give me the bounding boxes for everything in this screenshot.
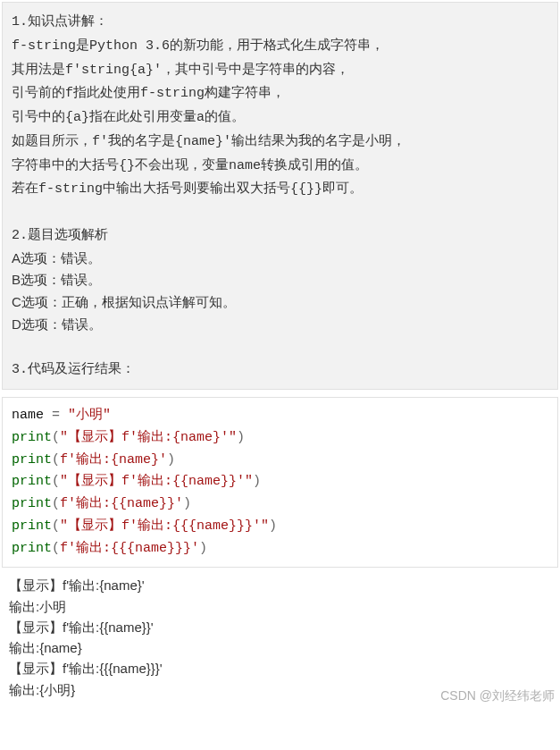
l4e: 构建字符串， — [205, 84, 285, 99]
l2d: 的新功能，用于格式化生成字符串， — [170, 37, 384, 52]
code-line-3: print(f'输出:{name}') — [12, 450, 548, 472]
rp: ) — [199, 541, 207, 556]
l8d: {{}} — [290, 181, 322, 197]
section2-heading: 2.题目选项解析 — [12, 223, 548, 248]
str2: "【显示】f'输出:{name}'" — [60, 430, 237, 445]
str6: "【显示】f'输出:{{{name}}}'" — [60, 518, 269, 534]
line3: 其用法是f'string{a}'，其中引号中是字符串的内容， — [12, 58, 548, 82]
print-func: print — [12, 496, 52, 511]
option-b: B选项：错误。 — [12, 269, 548, 291]
sec3: 3.代码及运行结果： — [12, 362, 135, 377]
l5c: 指在此处引用变量 — [89, 108, 196, 123]
lp: ( — [52, 541, 60, 556]
l8a: 若在 — [12, 180, 38, 195]
lp: ( — [52, 518, 60, 534]
line2: f-string是Python 3.6的新功能，用于格式化生成字符串， — [12, 34, 548, 58]
l2a: f-string — [12, 38, 76, 54]
section3-heading: 3.代码及运行结果： — [12, 358, 548, 382]
line8: 若在f-string中输出大括号则要输出双大括号{{}}即可。 — [12, 177, 548, 201]
section1-heading: 1.知识点讲解： — [12, 10, 548, 34]
code-line-1: name = "小明" — [12, 405, 548, 427]
line7: 字符串中的大括号{}不会出现，变量name转换成引用的值。 — [12, 154, 548, 178]
l6a: 如题目所示， — [12, 132, 92, 147]
sec1-num: 1.知识点讲解： — [12, 14, 108, 29]
l6e: 输出结果为我的名字是小明， — [231, 132, 405, 147]
out2: 输出:小明 — [9, 596, 551, 617]
l7c: 不会出现，变量 — [135, 156, 229, 172]
l5d: a — [196, 110, 205, 125]
code-line-5: print(f'输出:{{name}}') — [12, 493, 548, 516]
l5a: 引号中的 — [12, 108, 65, 123]
print-func: print — [12, 518, 52, 534]
blank1 — [12, 201, 548, 223]
l7b: {} — [119, 158, 135, 173]
option-d: D选项：错误。 — [12, 314, 548, 336]
out4: 输出:{name} — [9, 637, 551, 658]
blank2 — [12, 336, 548, 358]
output-block: 【显示】f'输出:{name}' 输出:小明 【显示】f'输出:{{name}}… — [0, 569, 560, 702]
code-line-6: print("【显示】f'输出:{{{name}}}'") — [12, 516, 548, 538]
l5b: {a} — [65, 110, 89, 125]
rp: ) — [183, 496, 191, 511]
l7a: 字符串中的大括号 — [12, 156, 119, 172]
code-block: name = "小明" print("【显示】f'输出:{name}'") pr… — [2, 397, 558, 568]
l3a: 其用法是 — [12, 61, 65, 76]
l5e: 的值。 — [205, 108, 245, 123]
l6b: f' — [92, 134, 108, 149]
line4: 引号前的f指此处使用f-string构建字符串， — [12, 81, 548, 105]
l7e: 转换成引用的值。 — [261, 156, 368, 172]
print-func: print — [12, 430, 52, 445]
l7d: name — [229, 158, 261, 173]
l2c: Python 3.6 — [89, 38, 170, 54]
var-name: name — [12, 408, 52, 423]
l8c: 中输出大括号则要输出双大括号 — [103, 180, 290, 195]
l8e: 即可。 — [322, 180, 363, 195]
lp: ( — [52, 496, 60, 511]
l6d: {name}' — [175, 134, 231, 149]
code-line-4: print("【显示】f'输出:{{name}}'") — [12, 471, 548, 493]
eq-op: = — [52, 408, 68, 423]
rp: ) — [269, 518, 277, 534]
explanation-box: 1.知识点讲解： f-string是Python 3.6的新功能，用于格式化生成… — [2, 2, 558, 390]
l8b: f-string — [38, 181, 103, 197]
print-func: print — [12, 452, 52, 468]
line5: 引号中的{a}指在此处引用变量a的值。 — [12, 105, 548, 130]
str4: "【显示】f'输出:{{name}}'" — [60, 474, 253, 489]
lp: ( — [52, 430, 60, 445]
print-func: print — [12, 474, 52, 489]
l4c: 指此处使用 — [73, 84, 140, 99]
str5: f'输出:{{name}}' — [60, 496, 183, 511]
l3b: f'string{a}' — [65, 63, 162, 78]
option-a: A选项：错误。 — [12, 248, 548, 270]
line6: 如题目所示，f'我的名字是{name}'输出结果为我的名字是小明， — [12, 130, 548, 154]
print-func: print — [12, 541, 52, 556]
l4a: 引号前的 — [12, 84, 65, 99]
sec2: 2.题目选项解析 — [12, 228, 108, 243]
l6c: 我的名字是 — [108, 132, 175, 147]
l4d: f-string — [140, 86, 205, 101]
str3: f'输出:{name}' — [60, 452, 167, 468]
option-c: C选项：正确，根据知识点详解可知。 — [12, 291, 548, 314]
lp: ( — [52, 474, 60, 489]
watermark: CSDN @刘经纬老师 — [0, 686, 560, 706]
l3c: ，其中引号中是字符串的内容， — [162, 61, 349, 76]
lp: ( — [52, 452, 60, 468]
code-line-7: print(f'输出:{{{name}}}') — [12, 538, 548, 560]
out1: 【显示】f'输出:{name}' — [9, 575, 551, 595]
str1: "小明" — [68, 408, 111, 423]
rp: ) — [253, 474, 261, 489]
out3: 【显示】f'输出:{{name}}' — [9, 617, 551, 637]
l4b: f — [65, 86, 73, 101]
rp: ) — [167, 452, 175, 468]
str7: f'输出:{{{name}}}' — [60, 541, 199, 556]
out5: 【显示】f'输出:{{{name}}}' — [9, 658, 551, 678]
l2b: 是 — [76, 37, 89, 52]
code-line-2: print("【显示】f'输出:{name}'") — [12, 427, 548, 450]
rp: ) — [237, 430, 245, 445]
